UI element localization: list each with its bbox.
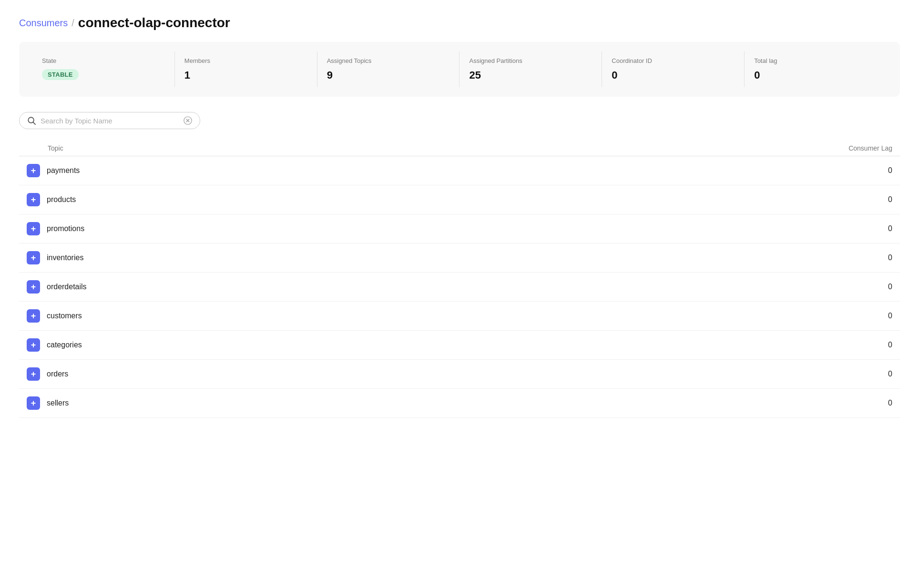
lag-value: 0 [888, 283, 892, 291]
col-lag-header: Consumer Lag [848, 144, 892, 152]
stat-coordinator-id: Coordinator ID 0 [602, 51, 745, 87]
topic-name: customers [47, 312, 82, 320]
topic-name: payments [47, 166, 80, 175]
table-row[interactable]: + promotions 0 [19, 214, 900, 243]
expand-button[interactable]: + [27, 164, 40, 177]
table-row[interactable]: + orders 0 [19, 360, 900, 389]
expand-button[interactable]: + [27, 251, 40, 264]
lag-value: 0 [888, 253, 892, 262]
table-row[interactable]: + customers 0 [19, 302, 900, 331]
col-topic-header: Topic [48, 144, 63, 152]
topic-name: orders [47, 370, 68, 378]
topic-name: inventories [47, 253, 83, 262]
stat-state-label: State [42, 57, 165, 64]
table-header: Topic Consumer Lag [19, 141, 900, 156]
stat-state: State STABLE [32, 51, 175, 87]
row-left: + orders [27, 367, 68, 381]
search-box [19, 112, 200, 129]
search-section [19, 112, 900, 129]
breadcrumb: Consumers / connect-olap-connector [19, 15, 900, 30]
row-left: + products [27, 193, 76, 206]
stat-assigned-topics: Assigned Topics 9 [317, 51, 460, 87]
breadcrumb-separator: / [71, 18, 74, 29]
table-row[interactable]: + sellers 0 [19, 389, 900, 418]
lag-value: 0 [888, 166, 892, 175]
stat-coordinator-id-label: Coordinator ID [612, 57, 735, 64]
topic-name: products [47, 195, 76, 204]
table-row[interactable]: + payments 0 [19, 156, 900, 185]
page-wrapper: Consumers / connect-olap-connector State… [0, 0, 919, 588]
topic-name: sellers [47, 399, 69, 407]
table-row[interactable]: + products 0 [19, 185, 900, 214]
expand-button[interactable]: + [27, 280, 40, 294]
lag-value: 0 [888, 370, 892, 378]
expand-button[interactable]: + [27, 222, 40, 235]
clear-search-icon[interactable] [184, 116, 192, 125]
expand-button[interactable]: + [27, 193, 40, 206]
stat-coordinator-id-value: 0 [612, 69, 735, 81]
stat-total-lag: Total lag 0 [745, 51, 887, 87]
state-badge: STABLE [42, 69, 79, 80]
lag-value: 0 [888, 195, 892, 204]
search-icon [27, 116, 36, 125]
search-input[interactable] [41, 117, 179, 125]
stat-members-value: 1 [184, 69, 307, 81]
stat-assigned-partitions: Assigned Partitions 25 [460, 51, 602, 87]
breadcrumb-current: connect-olap-connector [78, 15, 230, 30]
table-row[interactable]: + inventories 0 [19, 243, 900, 273]
topic-name: categories [47, 341, 82, 349]
row-left: + categories [27, 338, 82, 352]
topic-name: orderdetails [47, 283, 87, 291]
lag-value: 0 [888, 224, 892, 233]
row-left: + orderdetails [27, 280, 87, 294]
expand-button[interactable]: + [27, 338, 40, 352]
lag-value: 0 [888, 399, 892, 407]
row-left: + payments [27, 164, 80, 177]
expand-button[interactable]: + [27, 396, 40, 410]
row-left: + customers [27, 309, 82, 323]
stat-assigned-topics-value: 9 [327, 69, 450, 81]
lag-value: 0 [888, 312, 892, 320]
row-left: + sellers [27, 396, 69, 410]
table-body: + payments 0 + products 0 + promotions 0… [19, 156, 900, 418]
stat-members: Members 1 [175, 51, 317, 87]
stats-grid: State STABLE Members 1 Assigned Topics 9… [32, 51, 887, 87]
svg-line-1 [33, 122, 36, 125]
stats-section: State STABLE Members 1 Assigned Topics 9… [19, 42, 900, 97]
stat-assigned-topics-label: Assigned Topics [327, 57, 450, 64]
row-left: + promotions [27, 222, 84, 235]
stat-assigned-partitions-label: Assigned Partitions [469, 57, 592, 64]
stat-assigned-partitions-value: 25 [469, 69, 592, 81]
topic-name: promotions [47, 224, 84, 233]
row-left: + inventories [27, 251, 83, 264]
table-section: Topic Consumer Lag + payments 0 + produc… [19, 141, 900, 418]
table-row[interactable]: + categories 0 [19, 331, 900, 360]
table-row[interactable]: + orderdetails 0 [19, 273, 900, 302]
stat-total-lag-label: Total lag [754, 57, 877, 64]
breadcrumb-consumers-link[interactable]: Consumers [19, 18, 68, 29]
stat-members-label: Members [184, 57, 307, 64]
expand-button[interactable]: + [27, 309, 40, 323]
expand-button[interactable]: + [27, 367, 40, 381]
lag-value: 0 [888, 341, 892, 349]
stat-total-lag-value: 0 [754, 69, 877, 81]
